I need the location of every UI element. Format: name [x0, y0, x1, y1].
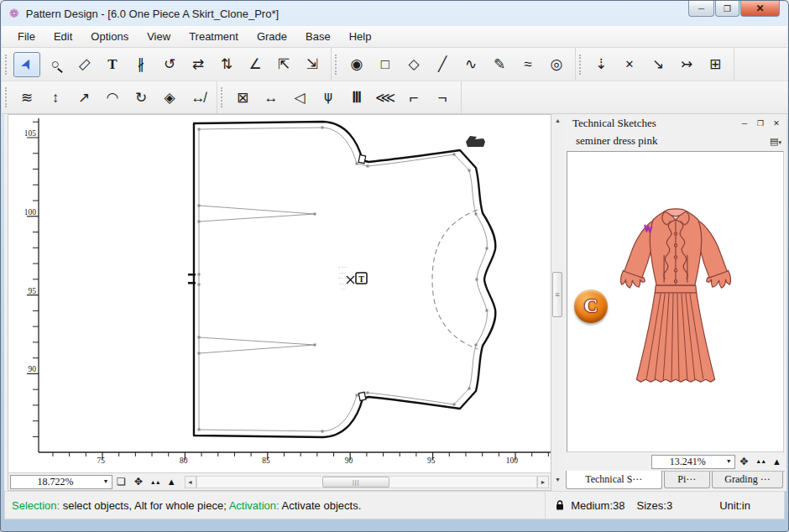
panel-zoom-out-mountains-icon[interactable]: ▲▲ [755, 458, 765, 465]
tool-spread-icon: ⋘ [375, 91, 395, 105]
tool-measure-ruler[interactable]: ▭ [71, 52, 97, 77]
svg-text:90: 90 [29, 365, 37, 373]
svg-text:··· · ··: ··· · ·· [337, 276, 347, 280]
panel-titlebar: Technical Sketches ─ ❐ ✕ [564, 114, 786, 131]
minimize-button[interactable]: ─ [688, 1, 714, 17]
tool-pentagon-arrow[interactable]: ◈ [156, 85, 183, 110]
scrollbar-thumb[interactable]: ||| [322, 477, 389, 488]
tool-stretch-box[interactable]: ⇲ [299, 52, 326, 77]
tool-pleats[interactable]: Ⅲ [343, 85, 370, 110]
status-hint: Selection: select objects, Alt for whole… [5, 499, 545, 512]
status-medium: Medium:38 [571, 499, 624, 512]
scroll-left-icon[interactable]: ◄ [185, 476, 196, 488]
menu-grade[interactable]: Grade [248, 28, 296, 45]
scrollbar-track[interactable]: ||| [196, 476, 537, 488]
tool-rectangle[interactable]: □ [372, 52, 399, 77]
tool-box-x[interactable]: ⊠ [229, 85, 256, 110]
close-button[interactable]: ✕ [740, 1, 780, 17]
tool-corner-move[interactable]: ↘ [645, 52, 671, 77]
svg-text:·· ···: ·· ··· [339, 282, 347, 286]
tool-width-measure[interactable]: ↔ [258, 85, 285, 110]
tool-smooth-curve-icon: ≋ [21, 91, 33, 105]
menu-view[interactable]: View [138, 28, 180, 45]
tool-resize-box[interactable]: ⊞ [702, 52, 729, 77]
text-marker-icon[interactable]: T [356, 273, 367, 284]
panel-restore-icon[interactable]: ❐ [754, 117, 767, 129]
tool-smooth-curve[interactable]: ≋ [13, 85, 40, 110]
panel-close-icon[interactable]: ✕ [770, 117, 783, 129]
tool-select[interactable]: ➤ [13, 52, 40, 77]
toolbar-secondary: ≋↕↗◠↻◈↮⊠↔◁⋔Ⅲ⋘⌐¬ [2, 81, 787, 114]
tool-dart-arc[interactable]: ◠ [99, 85, 126, 110]
tool-angle-xy[interactable]: ∠ [242, 52, 269, 77]
tool-point-arrow[interactable]: ↗ [71, 85, 97, 110]
canvas-zoom-dropdown-icon[interactable]: ▼ [100, 478, 112, 485]
tool-cross-point[interactable]: ✕ [616, 52, 643, 77]
tool-dart-left[interactable]: ◁ [286, 85, 313, 110]
panel-minimize-icon[interactable]: ─ [738, 117, 751, 129]
tab-grading[interactable]: Grading ··· [712, 472, 783, 488]
tool-swap-arrows[interactable]: ↮ [185, 85, 212, 110]
technical-sketches-panel: Technical Sketches ─ ❐ ✕ seminer dress p… [564, 114, 786, 491]
tool-parallel-adjust[interactable]: ∦ [128, 52, 154, 77]
tool-rotate[interactable]: ↺ [156, 52, 183, 77]
tool-curve[interactable]: ∿ [457, 52, 484, 77]
menu-help[interactable]: Help [340, 28, 381, 45]
panel-zoom-in-mountain-icon[interactable]: ▲ [772, 456, 781, 467]
tool-drop-point[interactable]: ⇣ [588, 52, 614, 77]
tool-fan-pleat[interactable]: ⋔ [315, 85, 342, 110]
tool-target-circles[interactable]: ◎ [543, 52, 570, 77]
resize-grip[interactable] [774, 509, 782, 517]
zoom-fit-icon[interactable]: ✥ [134, 477, 143, 487]
svg-text:80: 80 [180, 456, 188, 465]
splitter-grip[interactable]: ≡ [552, 272, 562, 317]
tool-edit-curve[interactable]: ✎ [486, 52, 513, 77]
tool-flip-x[interactable]: ⇄ [185, 52, 212, 77]
minimize-icon: ─ [698, 4, 704, 13]
scroll-down-icon[interactable]: ▼ [551, 477, 564, 488]
menu-file[interactable]: File [8, 28, 44, 45]
tool-insert-point[interactable]: ↣ [673, 52, 700, 77]
frame-icon[interactable]: ❏ [117, 477, 126, 487]
tab-technical-sketches[interactable]: Technical S··· [566, 471, 662, 489]
sketch-list-menu-icon[interactable]: ▤▾ [770, 136, 781, 147]
panel-zoom-dropdown-icon[interactable]: ▼ [723, 458, 734, 465]
scroll-up-icon[interactable]: ▲ [551, 117, 564, 128]
tool-line[interactable]: ╱ [429, 52, 456, 77]
tool-circle-point[interactable]: ◉ [343, 52, 370, 77]
tool-zoom[interactable]: ○ [42, 52, 69, 77]
tool-corner-move-icon: ↘ [652, 57, 664, 71]
pattern-canvas[interactable]: 1051009590 7580859095100 ·· ··· ·· ·····… [8, 115, 551, 474]
sketch-view[interactable]: C [567, 151, 784, 452]
menu-options[interactable]: Options [81, 28, 138, 45]
scroll-right-icon[interactable]: ► [537, 476, 549, 488]
tool-vertical-measure-icon: ↕ [52, 91, 60, 105]
tool-polygon-icon: ◇ [408, 57, 419, 71]
panel-zoom-row: 13.241% ▼ ✥ ▲▲ ▲ [564, 452, 785, 471]
tool-corner[interactable]: ⌐ [400, 85, 427, 110]
tool-rotate-move[interactable]: ↻ [128, 85, 154, 110]
tool-hem[interactable]: ¬ [429, 85, 456, 110]
panel-zoom-fit-icon[interactable]: ✥ [739, 456, 748, 467]
tab-pieces[interactable]: Pi··· [664, 472, 710, 488]
menu-base[interactable]: Base [296, 28, 340, 45]
tool-vertical-measure[interactable]: ↕ [42, 85, 69, 110]
menu-edit[interactable]: Edit [44, 28, 81, 45]
tool-move-point-xy[interactable]: ⇱ [270, 52, 297, 77]
restore-button[interactable]: ❐ [715, 1, 739, 17]
zoom-out-mountains-icon[interactable]: ▲▲ [150, 479, 160, 485]
canvas-zoom-combo[interactable]: 18.722% ▼ [10, 475, 112, 489]
toolbar-grip [221, 87, 225, 107]
zoom-in-mountain-icon[interactable]: ▲ [167, 477, 176, 487]
tool-spread[interactable]: ⋘ [372, 85, 399, 110]
tool-spline-points[interactable]: ≈ [515, 52, 541, 77]
titlebar: ❁ Pattern Design - [6.0 One Piece A Skir… [1, 1, 788, 26]
menu-treatment[interactable]: Treatment [180, 28, 248, 45]
horizontal-scrollbar[interactable]: ◄ ||| ► [185, 476, 549, 488]
tool-polygon[interactable]: ◇ [400, 52, 427, 77]
tool-text[interactable]: T [99, 52, 126, 77]
tool-flip-y[interactable]: ⇅ [213, 52, 240, 77]
panel-zoom-combo[interactable]: 13.241% ▼ [651, 455, 735, 469]
tool-zoom-icon: ○ [51, 57, 60, 71]
panel-subtitle-row: seminer dress pink ▤▾ [564, 131, 786, 151]
